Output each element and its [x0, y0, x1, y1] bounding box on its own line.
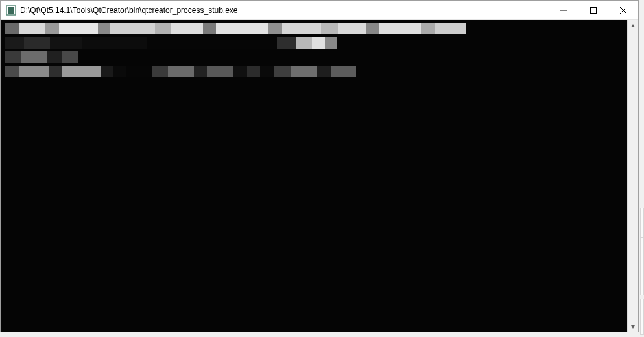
- background-fragment: [640, 299, 644, 335]
- vertical-scrollbar[interactable]: [627, 20, 638, 332]
- maximize-button[interactable]: [578, 1, 608, 19]
- svg-rect-3: [591, 7, 597, 13]
- svg-marker-7: [631, 325, 635, 329]
- scroll-track[interactable]: [628, 31, 638, 321]
- console-line-obscured: [5, 37, 337, 49]
- close-button[interactable]: [608, 1, 638, 19]
- console-window: D:\Qt\Qt5.14.1\Tools\QtCreator\bin\qtcre…: [0, 0, 639, 332]
- titlebar[interactable]: D:\Qt\Qt5.14.1\Tools\QtCreator\bin\qtcre…: [1, 1, 638, 20]
- scroll-down-button[interactable]: [628, 321, 638, 332]
- svg-marker-6: [631, 24, 635, 27]
- client-area: [1, 20, 638, 332]
- console-line-obscured: [5, 66, 356, 77]
- window-title: D:\Qt\Qt5.14.1\Tools\QtCreator\bin\qtcre…: [20, 6, 549, 15]
- scroll-up-button[interactable]: [628, 20, 638, 31]
- app-icon: [6, 5, 16, 16]
- console-output[interactable]: [1, 20, 627, 332]
- window-controls: [549, 1, 638, 19]
- console-line-obscured: [5, 51, 78, 63]
- background-fragment: [640, 237, 644, 295]
- minimize-button[interactable]: [549, 1, 578, 19]
- svg-rect-1: [8, 7, 14, 14]
- console-line-obscured: [5, 23, 466, 34]
